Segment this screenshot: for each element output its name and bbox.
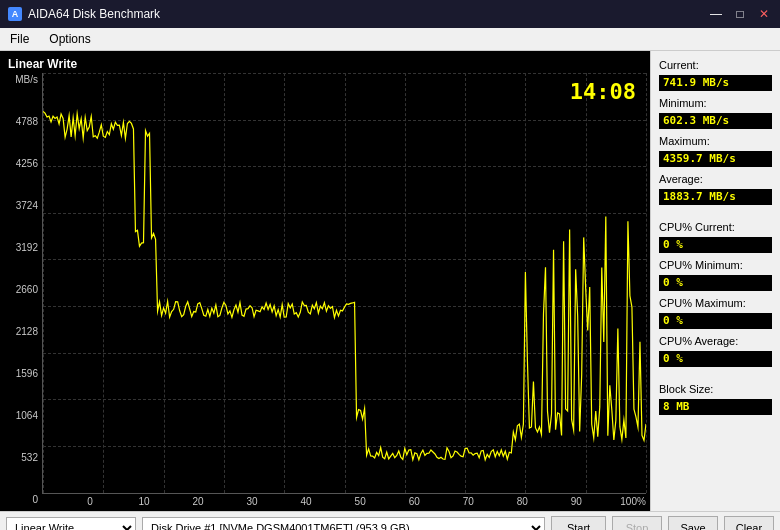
x-label-30: 30 <box>242 496 262 507</box>
minimum-value: 602.3 MB/s <box>659 113 772 129</box>
app-icon: A <box>8 7 22 21</box>
chart-title: Linear Write <box>4 55 646 73</box>
cpu-minimum-label: CPU% Minimum: <box>659 259 772 271</box>
mode-select[interactable]: Linear Write Linear Read Random Write Ra… <box>6 517 136 530</box>
maximum-value: 4359.7 MB/s <box>659 151 772 167</box>
chart-area: Linear Write MB/s 4788 4256 3724 3192 26… <box>0 51 650 511</box>
title-bar-left: A AIDA64 Disk Benchmark <box>8 7 160 21</box>
x-label-40: 40 <box>296 496 316 507</box>
stop-button[interactable]: Stop <box>612 516 662 530</box>
y-label-1064: 1064 <box>16 411 38 421</box>
x-label-50: 50 <box>350 496 370 507</box>
average-value: 1883.7 MB/s <box>659 189 772 205</box>
cpu-maximum-value: 0 % <box>659 313 772 329</box>
title-bar: A AIDA64 Disk Benchmark — □ ✕ <box>0 0 780 28</box>
block-size-label: Block Size: <box>659 383 772 395</box>
maximize-button[interactable]: □ <box>732 6 748 22</box>
x-label-100: 100% <box>620 496 646 507</box>
average-label: Average: <box>659 173 772 185</box>
y-label-3724: 3724 <box>16 201 38 211</box>
y-label-mbs: MB/s <box>15 75 38 85</box>
main-container: Linear Write MB/s 4788 4256 3724 3192 26… <box>0 51 780 511</box>
x-label-10: 10 <box>134 496 154 507</box>
cpu-minimum-value: 0 % <box>659 275 772 291</box>
stats-panel: Current: 741.9 MB/s Minimum: 602.3 MB/s … <box>650 51 780 511</box>
current-label: Current: <box>659 59 772 71</box>
cpu-current-label: CPU% Current: <box>659 221 772 233</box>
chart-canvas-area: 14:08 <box>42 73 646 494</box>
y-axis: MB/s 4788 4256 3724 3192 2660 2128 1596 … <box>4 73 42 507</box>
x-label-0: 0 <box>80 496 100 507</box>
menu-options[interactable]: Options <box>43 30 96 48</box>
minimum-label: Minimum: <box>659 97 772 109</box>
menu-file[interactable]: File <box>4 30 35 48</box>
y-label-0: 0 <box>32 495 38 505</box>
y-label-4256: 4256 <box>16 159 38 169</box>
menu-bar: File Options <box>0 28 780 51</box>
title-controls[interactable]: — □ ✕ <box>708 6 772 22</box>
y-label-1596: 1596 <box>16 369 38 379</box>
drive-select[interactable]: Disk Drive #1 [NVMe DGSM4001TM6ET] (953.… <box>142 517 545 530</box>
maximum-label: Maximum: <box>659 135 772 147</box>
cpu-average-label: CPU% Average: <box>659 335 772 347</box>
close-button[interactable]: ✕ <box>756 6 772 22</box>
x-axis: 0 10 20 30 40 50 60 70 80 90 100% <box>42 494 646 507</box>
y-label-2660: 2660 <box>16 285 38 295</box>
benchmark-chart <box>43 73 646 493</box>
y-label-4788: 4788 <box>16 117 38 127</box>
bottom-bar: Linear Write Linear Read Random Write Ra… <box>0 511 780 530</box>
x-label-80: 80 <box>512 496 532 507</box>
block-size-value: 8 MB <box>659 399 772 415</box>
clear-button[interactable]: Clear <box>724 516 774 530</box>
current-value: 741.9 MB/s <box>659 75 772 91</box>
chart-wrapper: MB/s 4788 4256 3724 3192 2660 2128 1596 … <box>4 73 646 507</box>
y-label-532: 532 <box>21 453 38 463</box>
cpu-current-value: 0 % <box>659 237 772 253</box>
x-label-90: 90 <box>566 496 586 507</box>
y-label-2128: 2128 <box>16 327 38 337</box>
start-button[interactable]: Start <box>551 516 606 530</box>
x-label-20: 20 <box>188 496 208 507</box>
cpu-average-value: 0 % <box>659 351 772 367</box>
cpu-maximum-label: CPU% Maximum: <box>659 297 772 309</box>
y-label-3192: 3192 <box>16 243 38 253</box>
x-label-60: 60 <box>404 496 424 507</box>
title-text: AIDA64 Disk Benchmark <box>28 7 160 21</box>
minimize-button[interactable]: — <box>708 6 724 22</box>
x-label-70: 70 <box>458 496 478 507</box>
bottom-controls: Linear Write Linear Read Random Write Ra… <box>6 516 774 530</box>
save-button[interactable]: Save <box>668 516 718 530</box>
